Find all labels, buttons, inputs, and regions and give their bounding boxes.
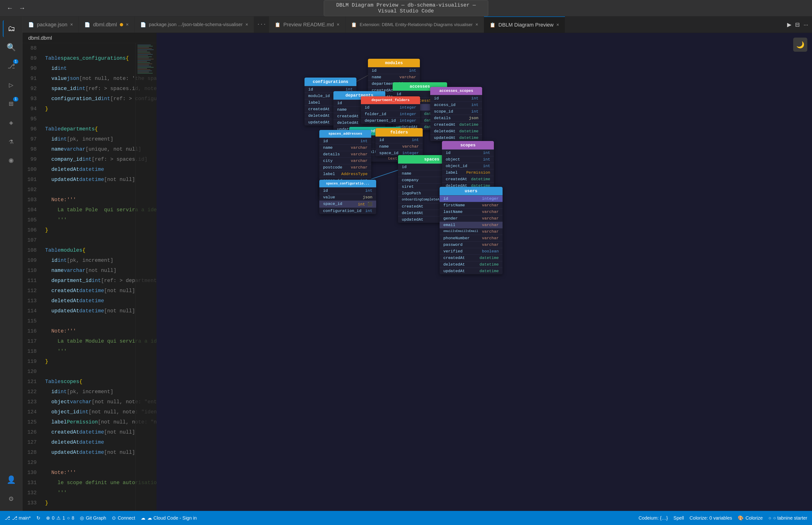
info-label: 8 <box>72 515 74 521</box>
er-table-row-id-highlighted: idinteger <box>440 195 503 202</box>
er-table-row: objectint <box>442 156 494 163</box>
er-table-row: deletedAtdatetime <box>440 261 503 268</box>
extensions-badge: 1 <box>13 97 18 102</box>
er-table-row: valuejson <box>319 194 376 200</box>
tab-package-json-2[interactable]: 📄 package.json .../json-table-schema-vis… <box>135 16 254 33</box>
er-table-spaces-configurations[interactable]: spaces_configuratio... idint valuejson s… <box>319 180 376 214</box>
status-tabnine[interactable]: ○ ○ tabnine starter <box>768 515 807 521</box>
activity-item-extensions[interactable]: ⊞ 1 <box>3 95 20 112</box>
warnings-label: 1 <box>62 515 65 521</box>
er-table-header-spaces-configurations: spaces_configuratio... <box>319 180 376 187</box>
er-table-header-users: users <box>440 187 503 195</box>
er-table-body-spaces-configurations: idint valuejson space_idint ⬛ configurat… <box>319 187 376 214</box>
tab-close-dbml[interactable]: × <box>126 22 129 27</box>
dbml-icon: ◈ <box>9 119 13 127</box>
run-preview-button[interactable]: ▶ <box>787 21 791 28</box>
split-editor-button[interactable]: ⊟ <box>795 21 800 28</box>
status-git-branch[interactable]: ⎇ ⎇ main* <box>5 515 31 521</box>
preview-pane: configurations idint module_idint labelv… <box>156 33 812 511</box>
er-table-header-scopes: scopes <box>442 141 494 149</box>
more-actions-button[interactable]: ··· <box>803 21 808 28</box>
activity-item-source-control[interactable]: ⎇ 1 <box>3 58 20 75</box>
er-table-row: idint <box>319 138 371 144</box>
git-graph-label: Git Graph <box>86 515 106 521</box>
line-numbers: 8889909192 9394959697 9899100101102 1031… <box>22 43 41 511</box>
source-control-icon: ⎇ <box>7 62 15 70</box>
titlebar-controls: ← → <box>5 3 27 13</box>
tab-icon-ext-dbml: 📋 <box>351 22 357 28</box>
er-table-row-highlighted: space_idint ⬛ <box>319 200 376 208</box>
tabnine-icon: ○ <box>768 515 771 521</box>
activity-bar: 🗂 🔍 ⎇ 1 ▷ ⊞ 1 ◈ ⚗ ◉ 👤 ⚙ <box>0 16 22 511</box>
er-table-body-department-folders: idinteger folder_idinteger department_id… <box>361 104 420 124</box>
tab-close-preview-readme[interactable]: × <box>337 22 339 27</box>
er-table-row: lastNamevarchar <box>440 208 503 215</box>
er-table-users[interactable]: users idinteger firstNamevarchar lastNam… <box>440 187 503 274</box>
tab-dbml-dbml[interactable]: 📄 dbml.dbml × <box>79 16 134 33</box>
activity-item-testing[interactable]: ⚗ <box>3 133 20 150</box>
status-connect[interactable]: ⊙ Connect <box>112 515 135 521</box>
spell-label: Spell <box>673 515 684 521</box>
er-table-header-configurations: configurations <box>305 77 356 86</box>
account-icon: 👤 <box>6 475 16 484</box>
testing-icon: ⚗ <box>9 137 13 146</box>
settings-icon: ⚙ <box>9 494 13 504</box>
er-table-header-folders: folders <box>376 128 423 137</box>
er-table-header-modules: modules <box>368 59 420 67</box>
status-colorize-vars[interactable]: Colorize: 0 variables <box>690 515 732 521</box>
activity-item-remote[interactable]: ◉ <box>3 152 20 169</box>
er-table-row: passwordvarchar <box>440 241 503 248</box>
tab-icon-dblm-preview: 📋 <box>490 22 495 28</box>
status-codeium[interactable]: Codeium: {…} <box>639 515 668 521</box>
activity-item-settings[interactable]: ⚙ <box>3 490 20 507</box>
er-table-row-email-highlighted: emailvarchar <box>440 222 503 228</box>
tab-icon-dbml: 📄 <box>85 22 90 28</box>
er-table-row: updatedAtdatetime <box>430 134 482 141</box>
activity-item-explorer[interactable]: 🗂 <box>3 20 20 37</box>
er-table-folders[interactable]: folders idint namevarchar space_idintege… <box>376 128 423 156</box>
activity-item-run[interactable]: ▷ <box>3 77 20 93</box>
dark-mode-button[interactable]: 🌙 <box>793 38 807 52</box>
statusbar: ⎇ ⎇ main* ↻ ⊗ 0 ⚠ 1 ○ 8 ◎ Git Graph ⊙ Co… <box>0 511 812 525</box>
tab-package-json[interactable]: 📄 package.json × <box>22 16 79 33</box>
errors-icon: ⊗ <box>46 515 50 521</box>
status-git-graph[interactable]: ◎ Git Graph <box>80 515 106 521</box>
er-table-row: idint <box>368 67 420 74</box>
nav-forward-button[interactable]: → <box>17 3 27 13</box>
activity-item-account[interactable]: 👤 <box>3 471 20 488</box>
er-canvas[interactable]: configurations idint module_idint labelv… <box>156 33 812 511</box>
tab-overflow-button[interactable]: ··· <box>254 16 269 33</box>
breadcrumb-filename[interactable]: dbml.dbml <box>28 35 52 41</box>
colorize-label: Colorize <box>746 515 763 521</box>
nav-back-button[interactable]: ← <box>5 3 15 13</box>
status-errors[interactable]: ⊗ 0 ⚠ 1 ○ 8 <box>46 515 74 521</box>
tab-close-package-json-2[interactable]: × <box>246 22 248 27</box>
tab-icon-package-json: 📄 <box>28 22 34 28</box>
status-sync[interactable]: ↻ <box>36 515 41 521</box>
er-table-department-folders[interactable]: department_folders idinteger folder_idin… <box>361 96 420 124</box>
minimap[interactable] <box>135 43 156 511</box>
activity-item-search[interactable]: 🔍 <box>3 39 20 56</box>
er-table-body-users: idinteger firstNamevarchar lastNamevarch… <box>440 195 503 274</box>
status-colorize[interactable]: 🎨 Colorize <box>738 515 763 521</box>
connect-label: Connect <box>118 515 135 521</box>
titlebar-title: DBLM Diagram Preview — db-schema-visuali… <box>336 2 476 14</box>
er-table-accesses-scopes[interactable]: accesses_scopes idint access_idint scope… <box>430 87 482 141</box>
tab-dblm-preview[interactable]: 📋 DBLM Diagram Preview × <box>484 16 565 33</box>
tab-label-package-json-2: package.json .../json-table-schema-visua… <box>149 22 243 27</box>
er-table-row: scope_idint <box>430 108 482 115</box>
er-table-row: createdAtdatetime <box>440 255 503 261</box>
tab-close-package-json[interactable]: × <box>70 22 73 27</box>
cloud-label: ☁ Cloud Code - Sign in <box>147 515 197 521</box>
tab-close-dblm-preview[interactable]: × <box>556 22 559 28</box>
titlebar-search-box[interactable]: DBLM Diagram Preview — db-schema-visuali… <box>324 0 488 16</box>
status-spell[interactable]: Spell <box>673 515 684 521</box>
er-table-row: postcodevarchar <box>319 164 371 170</box>
tab-preview-readme[interactable]: 📋 Preview README.md × <box>269 16 346 33</box>
run-icon: ▷ <box>9 80 13 90</box>
status-cloud-code[interactable]: ☁ ☁ Cloud Code - Sign in <box>141 515 197 521</box>
tab-ext-dbml[interactable]: 📋 Extension: DBML Entity-Relationship Di… <box>346 16 484 33</box>
er-table-row: detailsjson <box>430 115 482 121</box>
activity-item-dbml[interactable]: ◈ <box>3 114 20 131</box>
tab-close-ext-dbml[interactable]: × <box>476 22 478 27</box>
